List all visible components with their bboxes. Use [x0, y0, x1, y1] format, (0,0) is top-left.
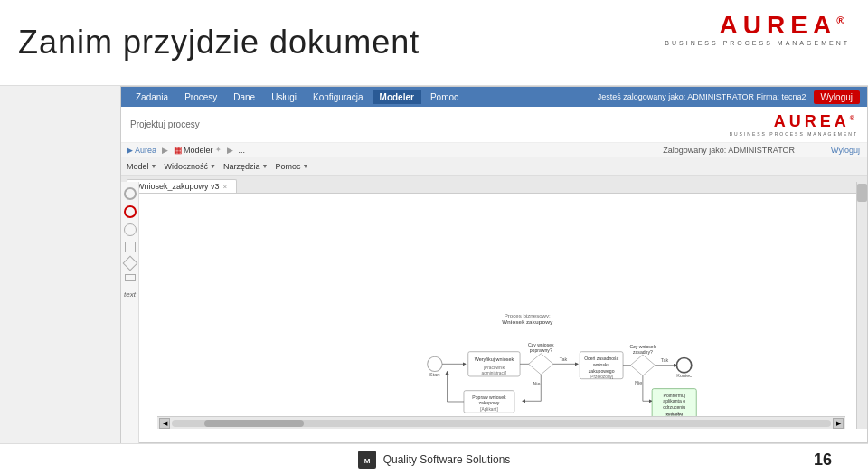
task-poinf-label1: Poinformuj: [663, 393, 684, 398]
page-number: 16: [814, 451, 832, 470]
scroll-right-btn[interactable]: ▶: [833, 418, 844, 429]
footer-text: Quality Software Solutions: [383, 453, 511, 466]
tool-circle-3[interactable]: [124, 223, 137, 236]
scrollbar-bottom[interactable]: ◀ ▶: [157, 416, 845, 429]
footer-logo: M: [358, 451, 376, 469]
task-popraw-label1: Popraw wniosek: [472, 394, 506, 400]
tool-text[interactable]: text: [123, 287, 137, 301]
nie1-label: Nie: [533, 381, 540, 386]
projekt-label: Projektuj procesy: [130, 119, 200, 129]
modeler-icon: ▦: [174, 145, 182, 155]
task-weryfikuj-label1: Weryfikuj wniosek: [475, 356, 514, 362]
diagram-title-line2: Wniosek zakupowy: [502, 318, 553, 325]
end-event-1-label: Koniec: [676, 373, 692, 378]
aurea-reg: ®: [836, 14, 850, 27]
app-nav-right: Jesteś zalogowany jako: ADMINISTRATOR Fi…: [598, 90, 860, 104]
aurea-logo-text: AUREA®: [720, 11, 850, 40]
tak1-label: Tak: [560, 356, 568, 362]
app-window: Zadania Procesy Dane Usługi Konfiguracja…: [120, 86, 868, 443]
nav-zadania[interactable]: Zadania: [128, 90, 175, 104]
breadcrumb-modeler[interactable]: ▦ Modeler ✦: [174, 145, 222, 155]
logout-button[interactable]: Wyloguj: [814, 90, 860, 104]
app-inner-logo-text: AUREA®: [774, 112, 858, 131]
task-popraw-label2: zakupowy: [479, 400, 500, 405]
breadcrumb-sep1: ▶: [162, 146, 168, 155]
task-weryfikuj-label3: administracji]: [481, 371, 506, 375]
tool-diamond[interactable]: [122, 256, 137, 271]
toolbar-pomoc[interactable]: Pomoc ▼: [275, 162, 308, 171]
task-ocen-label1: Oceń zasadność: [584, 356, 619, 361]
task-ocen-label2: wniosku: [593, 362, 610, 367]
modeler-toolbar: Model ▼ Widoczność ▼ Narzędzia ▼ Pomoc ▼: [121, 157, 867, 176]
gateway-poprawny-label2: poprawny?: [530, 347, 552, 353]
tak2-label: Tak: [661, 357, 669, 363]
breadcrumb-ellipsis[interactable]: ...: [239, 146, 246, 155]
tool-square-2[interactable]: [125, 274, 136, 281]
bpmn-svg: Proces biznesowy: Wniosek zakupowy Start…: [139, 182, 856, 429]
diagram-title-line1: Proces biznesowy:: [505, 312, 551, 318]
task-ocen-label3: zakupowego: [589, 368, 615, 374]
nav-procesy[interactable]: Procesy: [177, 90, 224, 104]
task-popraw-label3: [Aplikant]: [480, 407, 498, 412]
tool-circle-1[interactable]: [124, 187, 137, 200]
aurea-tagline: BUSINESS PROCESS MANAGEMENT: [665, 40, 850, 46]
scroll-track: [172, 420, 831, 427]
app-inner-logo: AUREA® BUSINESS PROCESS MANAGEMENT: [730, 112, 858, 137]
breadcrumb-sep2: ▶: [227, 146, 233, 155]
start-event[interactable]: [428, 356, 442, 371]
tool-circle-2[interactable]: [124, 205, 137, 218]
task-ocen-label4: [Przełożony]: [590, 375, 613, 379]
breadcrumb-toolbar: ▶ Aurea ▶ ▦ Modeler ✦ ▶ ... Zalogowany j…: [121, 143, 867, 157]
gateway-zasadny-label1: Czy wniosek: [630, 344, 656, 349]
vscroll-thumb: [857, 184, 867, 202]
flow-gw1-popraw: [523, 375, 541, 401]
tool-square-1[interactable]: [125, 242, 136, 252]
breadcrumb-aurea[interactable]: ▶ Aurea: [127, 146, 156, 155]
inner-reg: ®: [850, 115, 858, 121]
svg-text:M: M: [363, 457, 370, 465]
footer-logo-icon: M: [360, 452, 374, 467]
nie2-label: Nie: [635, 380, 642, 385]
toolbar-model[interactable]: Model ▼: [127, 162, 156, 171]
scroll-thumb: [204, 420, 303, 427]
start-label: Start: [429, 372, 440, 377]
task-poinf-label3: odrzuceniu: [663, 404, 685, 410]
nav-dane[interactable]: Dane: [226, 90, 262, 104]
inner-logout-link[interactable]: Wyloguj: [831, 146, 860, 155]
app-inner-logo-tag: BUSINESS PROCESS MANAGEMENT: [730, 131, 858, 137]
gateway-poprawny[interactable]: [529, 354, 553, 375]
modeler-star: ✦: [215, 146, 222, 154]
toolbar-narzedzia[interactable]: Narzędzia ▼: [223, 162, 268, 171]
gateway-zasadny[interactable]: [630, 355, 655, 375]
gateway-zasadny-label2: zasadny?: [633, 349, 653, 355]
nav-konfiguracja[interactable]: Konfiguracja: [306, 90, 371, 104]
user-info: Jesteś zalogowany jako: ADMINISTRATOR Fi…: [598, 92, 807, 101]
scrollbar-right[interactable]: [856, 182, 867, 429]
toolbar-widocznosc[interactable]: Widoczność ▼: [164, 162, 215, 171]
bpmn-diagram: Proces biznesowy: Wniosek zakupowy Start…: [139, 182, 856, 429]
nav-pomoc[interactable]: Pomoc: [423, 90, 466, 104]
footer: M Quality Software Solutions 16: [0, 443, 868, 475]
app-nav: Zadania Procesy Dane Usługi Konfiguracja…: [121, 87, 867, 107]
flow-popraw-wer: [448, 372, 464, 402]
task-weryfikuj-label2: [Pracownik: [484, 366, 505, 370]
nav-modeler[interactable]: Modeler: [373, 90, 421, 104]
inner-user-label: Zalogowany jako: ADMINISTRATOR: [663, 146, 795, 155]
aurea-logo-top: AUREA® BUSINESS PROCESS MANAGEMENT: [665, 11, 850, 46]
page-title: Zanim przyjdzie dokument: [18, 24, 420, 62]
top-header: Zanim przyjdzie dokument AUREA® BUSINESS…: [0, 0, 868, 86]
sidebar-tools: text: [121, 182, 139, 453]
flow-gw2-poinf: [643, 375, 652, 401]
end-event-1[interactable]: [676, 358, 691, 373]
gateway-poprawny-label1: Czy wniosek: [528, 342, 554, 347]
scroll-left-btn[interactable]: ◀: [159, 418, 170, 429]
app-logo-bar: Projektuj procesy AUREA® BUSINESS PROCES…: [121, 107, 867, 143]
nav-uslugi[interactable]: Usługi: [264, 90, 304, 104]
task-poinf-label2: aplikanta o: [663, 398, 685, 404]
breadcrumb-modeler-label: Modeler: [184, 146, 213, 155]
